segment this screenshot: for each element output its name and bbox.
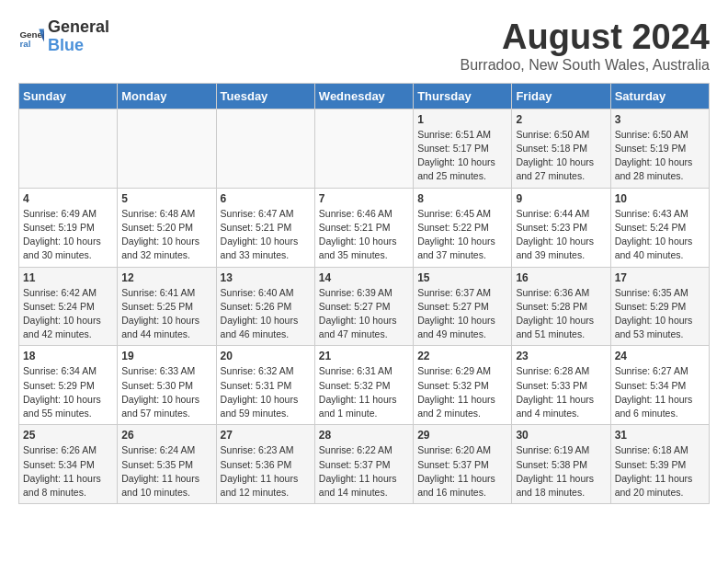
daylight-text: Daylight: 10 hours and 51 minutes. (516, 315, 594, 339)
day-info: Sunrise: 6:46 AM Sunset: 5:21 PM Dayligh… (319, 207, 409, 263)
calendar-cell: 10 Sunrise: 6:43 AM Sunset: 5:24 PM Dayl… (610, 188, 709, 267)
calendar-cell: 2 Sunrise: 6:50 AM Sunset: 5:18 PM Dayli… (512, 109, 610, 188)
daylight-text: Daylight: 10 hours and 27 minutes. (516, 156, 594, 181)
sunset-text: Sunset: 5:37 PM (417, 459, 489, 470)
calendar-cell: 24 Sunrise: 6:27 AM Sunset: 5:34 PM Dayl… (610, 346, 709, 425)
sunrise-text: Sunrise: 6:46 AM (319, 208, 392, 219)
sunset-text: Sunset: 5:29 PM (615, 301, 687, 312)
calendar-cell: 12 Sunrise: 6:41 AM Sunset: 5:25 PM Dayl… (118, 267, 216, 346)
sunrise-text: Sunrise: 6:45 AM (417, 208, 491, 219)
sunrise-text: Sunrise: 6:18 AM (615, 444, 688, 455)
calendar-cell: 25 Sunrise: 6:26 AM Sunset: 5:34 PM Dayl… (19, 425, 118, 504)
day-number: 4 (23, 192, 113, 205)
calendar-cell: 17 Sunrise: 6:35 AM Sunset: 5:29 PM Dayl… (610, 267, 709, 346)
title-section: August 2024 Burradoo, New South Wales, A… (460, 18, 710, 74)
sunset-text: Sunset: 5:19 PM (615, 143, 687, 154)
daylight-text: Daylight: 11 hours and 2 minutes. (417, 394, 495, 419)
day-number: 19 (121, 350, 211, 362)
calendar-subtitle: Burradoo, New South Wales, Australia (460, 57, 710, 74)
weekday-header-wednesday: Wednesday (314, 83, 413, 109)
calendar-header-row: SundayMondayTuesdayWednesdayThursdayFrid… (19, 83, 710, 109)
day-info: Sunrise: 6:24 AM Sunset: 5:35 PM Dayligh… (121, 443, 211, 500)
sunset-text: Sunset: 5:28 PM (516, 301, 587, 312)
day-info: Sunrise: 6:44 AM Sunset: 5:23 PM Dayligh… (516, 207, 606, 263)
sunset-text: Sunset: 5:38 PM (516, 459, 587, 470)
calendar-cell: 16 Sunrise: 6:36 AM Sunset: 5:28 PM Dayl… (512, 267, 610, 346)
sunset-text: Sunset: 5:33 PM (516, 380, 587, 391)
day-info: Sunrise: 6:34 AM Sunset: 5:29 PM Dayligh… (23, 364, 113, 420)
sunrise-text: Sunrise: 6:29 AM (417, 365, 491, 376)
calendar-body: 1 Sunrise: 6:51 AM Sunset: 5:17 PM Dayli… (19, 109, 710, 503)
day-info: Sunrise: 6:35 AM Sunset: 5:29 PM Dayligh… (615, 286, 705, 342)
sunrise-text: Sunrise: 6:32 AM (221, 365, 294, 376)
sunset-text: Sunset: 5:36 PM (221, 459, 292, 470)
day-number: 30 (516, 429, 606, 442)
daylight-text: Daylight: 11 hours and 6 minutes. (615, 394, 693, 419)
sunrise-text: Sunrise: 6:47 AM (221, 208, 294, 219)
day-info: Sunrise: 6:37 AM Sunset: 5:27 PM Dayligh… (417, 286, 507, 342)
weekday-header-saturday: Saturday (610, 83, 709, 109)
day-number: 17 (615, 271, 705, 284)
day-info: Sunrise: 6:47 AM Sunset: 5:21 PM Dayligh… (221, 207, 311, 263)
calendar-cell: 9 Sunrise: 6:44 AM Sunset: 5:23 PM Dayli… (512, 188, 610, 267)
day-info: Sunrise: 6:31 AM Sunset: 5:32 PM Dayligh… (319, 364, 409, 420)
sunset-text: Sunset: 5:19 PM (23, 222, 95, 233)
daylight-text: Daylight: 10 hours and 49 minutes. (417, 315, 495, 339)
sunset-text: Sunset: 5:39 PM (615, 459, 687, 470)
sunrise-text: Sunrise: 6:40 AM (221, 287, 294, 298)
daylight-text: Daylight: 10 hours and 25 minutes. (417, 156, 495, 181)
calendar-cell: 3 Sunrise: 6:50 AM Sunset: 5:19 PM Dayli… (610, 109, 709, 188)
sunrise-text: Sunrise: 6:19 AM (516, 444, 589, 455)
sunrise-text: Sunrise: 6:48 AM (121, 208, 195, 219)
weekday-header-sunday: Sunday (19, 83, 118, 109)
daylight-text: Daylight: 10 hours and 39 minutes. (516, 236, 594, 260)
calendar-cell: 14 Sunrise: 6:39 AM Sunset: 5:27 PM Dayl… (314, 267, 413, 346)
day-number: 28 (319, 429, 409, 442)
logo-general-text: General (48, 18, 109, 37)
calendar-cell: 6 Sunrise: 6:47 AM Sunset: 5:21 PM Dayli… (216, 188, 314, 267)
daylight-text: Daylight: 10 hours and 28 minutes. (615, 156, 693, 181)
day-number: 31 (615, 429, 705, 442)
day-info: Sunrise: 6:43 AM Sunset: 5:24 PM Dayligh… (615, 207, 705, 263)
sunrise-text: Sunrise: 6:39 AM (319, 287, 392, 298)
calendar-cell: 23 Sunrise: 6:28 AM Sunset: 5:33 PM Dayl… (512, 346, 610, 425)
weekday-header-thursday: Thursday (414, 83, 512, 109)
daylight-text: Daylight: 10 hours and 57 minutes. (121, 394, 199, 419)
daylight-text: Daylight: 10 hours and 42 minutes. (23, 315, 101, 339)
day-info: Sunrise: 6:29 AM Sunset: 5:32 PM Dayligh… (417, 364, 507, 420)
day-number: 21 (319, 350, 409, 362)
day-info: Sunrise: 6:50 AM Sunset: 5:19 PM Dayligh… (615, 128, 705, 184)
daylight-text: Daylight: 10 hours and 47 minutes. (319, 315, 397, 339)
day-info: Sunrise: 6:27 AM Sunset: 5:34 PM Dayligh… (615, 364, 705, 420)
calendar-cell: 5 Sunrise: 6:48 AM Sunset: 5:20 PM Dayli… (118, 188, 216, 267)
calendar-cell (216, 109, 314, 188)
calendar-cell: 22 Sunrise: 6:29 AM Sunset: 5:32 PM Dayl… (414, 346, 512, 425)
sunset-text: Sunset: 5:23 PM (516, 222, 587, 233)
sunset-text: Sunset: 5:32 PM (319, 380, 391, 391)
day-number: 8 (417, 192, 507, 205)
sunset-text: Sunset: 5:27 PM (319, 301, 391, 312)
calendar-cell: 30 Sunrise: 6:19 AM Sunset: 5:38 PM Dayl… (512, 425, 610, 504)
sunset-text: Sunset: 5:29 PM (23, 380, 95, 391)
day-number: 7 (319, 192, 409, 205)
calendar-week-row: 1 Sunrise: 6:51 AM Sunset: 5:17 PM Dayli… (19, 109, 710, 188)
sunrise-text: Sunrise: 6:36 AM (516, 287, 589, 298)
sunrise-text: Sunrise: 6:50 AM (516, 129, 589, 140)
day-info: Sunrise: 6:19 AM Sunset: 5:38 PM Dayligh… (516, 443, 606, 500)
day-number: 22 (417, 350, 507, 362)
day-info: Sunrise: 6:51 AM Sunset: 5:17 PM Dayligh… (417, 128, 507, 184)
daylight-text: Daylight: 11 hours and 12 minutes. (221, 473, 299, 498)
day-number: 20 (221, 350, 311, 362)
sunrise-text: Sunrise: 6:42 AM (23, 287, 97, 298)
day-number: 24 (615, 350, 705, 362)
day-info: Sunrise: 6:28 AM Sunset: 5:33 PM Dayligh… (516, 364, 606, 420)
calendar-cell: 26 Sunrise: 6:24 AM Sunset: 5:35 PM Dayl… (118, 425, 216, 504)
calendar-cell: 20 Sunrise: 6:32 AM Sunset: 5:31 PM Dayl… (216, 346, 314, 425)
day-number: 18 (23, 350, 113, 362)
sunset-text: Sunset: 5:22 PM (417, 222, 489, 233)
calendar-cell: 21 Sunrise: 6:31 AM Sunset: 5:32 PM Dayl… (314, 346, 413, 425)
day-number: 2 (516, 113, 606, 126)
sunset-text: Sunset: 5:26 PM (221, 301, 292, 312)
sunset-text: Sunset: 5:24 PM (23, 301, 95, 312)
calendar-cell: 7 Sunrise: 6:46 AM Sunset: 5:21 PM Dayli… (314, 188, 413, 267)
